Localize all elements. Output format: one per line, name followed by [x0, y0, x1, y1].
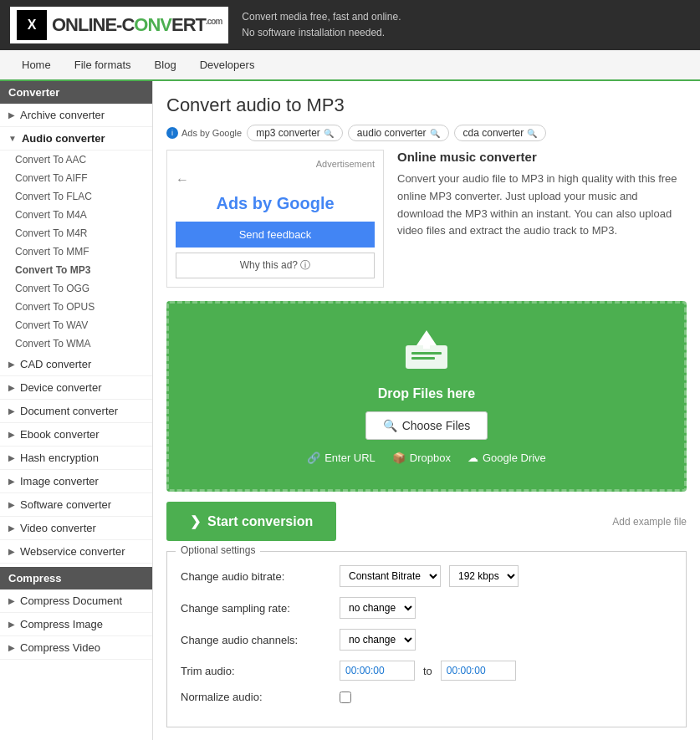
trim-from-input[interactable] [340, 661, 415, 681]
tag-search-icon: 🔍 [527, 129, 537, 138]
sidebar-item-hash-encryption[interactable]: ▶ Hash encryption [0, 447, 152, 470]
sidebar-sub-mp3[interactable]: Convert To MP3 [0, 261, 152, 279]
chevron-right-icon: ❯ [190, 513, 201, 529]
nav-developers[interactable]: Developers [188, 50, 267, 79]
drop-links: 🔗 Enter URL 📦 Dropbox ☁ Google Drive [186, 452, 667, 464]
start-conversion-button[interactable]: ❯ Start conversion [166, 502, 336, 541]
sidebar-sub-opus[interactable]: Convert To OPUS [0, 298, 152, 316]
dropbox-icon: 📦 [392, 452, 406, 464]
arrow-icon: ▶ [8, 406, 15, 416]
channels-label: Change audio channels: [181, 634, 331, 646]
sidebar-sub-m4a[interactable]: Convert To M4A [0, 206, 152, 224]
normalize-checkbox[interactable] [340, 692, 351, 703]
advertisement-label: Advertisement [176, 159, 375, 169]
sidebar-item-document-converter[interactable]: ▶ Document converter [0, 400, 152, 423]
sidebar-item-audio-converter[interactable]: ▼ Audio converter [0, 127, 152, 151]
description-title: Online music converter [397, 150, 687, 164]
enter-url-link[interactable]: 🔗 Enter URL [307, 452, 376, 464]
description-box: Online music converter Convert your audi… [397, 150, 687, 288]
ad-desc-row: Advertisement ← Ads by Google Send feedb… [166, 150, 687, 288]
sidebar-item-device-converter[interactable]: ▶ Device converter [0, 376, 152, 400]
add-example-link[interactable]: Add example file [612, 516, 687, 528]
svg-rect-4 [411, 357, 435, 360]
why-ad-button[interactable]: Why this ad? ⓘ [176, 253, 375, 278]
ads-google-text: Ads by Google [176, 194, 375, 213]
arrow-icon: ▶ [8, 453, 15, 462]
info-icon: i [166, 127, 178, 139]
send-feedback-button[interactable]: Send feedback [176, 222, 375, 248]
bitrate-type-select[interactable]: Constant Bitrate Variable Bitrate [340, 565, 441, 587]
sidebar-item-archive-converter[interactable]: ▶ Archive converter [0, 104, 152, 127]
sidebar-sub-aiff[interactable]: Convert To AIFF [0, 169, 152, 187]
channels-select[interactable]: no change 1 (Mono) 2 (Stereo) [340, 629, 416, 651]
tag-mp3[interactable]: mp3 converter 🔍 [247, 125, 343, 141]
layout: Converter ▶ Archive converter ▼ Audio co… [0, 81, 700, 740]
back-arrow-icon[interactable]: ← [176, 172, 375, 187]
setting-row-trim: Trim audio: to [181, 661, 672, 681]
trim-to-input[interactable] [441, 661, 516, 681]
sampling-label: Change sampling rate: [181, 602, 331, 615]
sidebar-item-compress-document[interactable]: ▶ Compress Document [0, 589, 152, 613]
tag-cda[interactable]: cda converter 🔍 [454, 125, 547, 141]
bitrate-label: Change audio bitrate: [181, 570, 331, 583]
search-icon: 🔍 [383, 419, 397, 432]
ad-box: Advertisement ← Ads by Google Send feedb… [166, 150, 384, 288]
arrow-down-icon: ▼ [8, 134, 17, 143]
sidebar-item-software-converter[interactable]: ▶ Software converter [0, 493, 152, 517]
sidebar-item-compress-image[interactable]: ▶ Compress Image [0, 613, 152, 636]
sidebar-item-compress-video[interactable]: ▶ Compress Video [0, 636, 152, 660]
google-drive-link[interactable]: ☁ Google Drive [468, 452, 546, 464]
arrow-icon: ▶ [8, 643, 15, 652]
sidebar-sub-aac[interactable]: Convert To AAC [0, 151, 152, 169]
sidebar-item-video-converter[interactable]: ▶ Video converter [0, 517, 152, 540]
sidebar-section-converter: Converter [0, 81, 152, 104]
sidebar-item-webservice-converter[interactable]: ▶ Webservice converter [0, 540, 152, 564]
tag-search-icon: 🔍 [324, 129, 334, 138]
sidebar-item-cad-converter[interactable]: ▶ CAD converter [0, 353, 152, 376]
sidebar-item-image-converter[interactable]: ▶ Image converter [0, 470, 152, 493]
arrow-icon: ▶ [8, 620, 15, 629]
dropbox-link[interactable]: 📦 Dropbox [392, 452, 451, 464]
trim-label: Trim audio: [181, 665, 331, 677]
sidebar-sub-m4r[interactable]: Convert To M4R [0, 224, 152, 242]
arrow-icon: ▶ [8, 596, 15, 605]
sidebar-item-ebook-converter[interactable]: ▶ Ebook converter [0, 423, 152, 447]
drop-zone[interactable]: Drop Files here 🔍 Choose Files 🔗 Enter U… [166, 301, 687, 492]
arrow-icon: ▶ [8, 110, 15, 120]
setting-row-bitrate: Change audio bitrate: Constant Bitrate V… [181, 565, 672, 587]
upload-icon [186, 329, 667, 380]
choose-files-button[interactable]: 🔍 Choose Files [365, 411, 488, 440]
main-content: Convert audio to MP3 i Ads by Google mp3… [153, 81, 700, 740]
normalize-label: Normalize audio: [181, 691, 331, 703]
tag-audio[interactable]: audio converter 🔍 [348, 125, 449, 141]
tag-search-icon: 🔍 [430, 129, 440, 138]
sidebar-sub-flac[interactable]: Convert To FLAC [0, 187, 152, 206]
header: X ONLINE-CONVERT.com Convert media free,… [0, 0, 700, 50]
arrow-icon: ▶ [8, 360, 15, 369]
sidebar-sub-wma[interactable]: Convert To WMA [0, 334, 152, 353]
sidebar-sub-wav[interactable]: Convert To WAV [0, 316, 152, 334]
drop-text: Drop Files here [186, 386, 667, 401]
svg-rect-3 [411, 352, 442, 355]
sidebar-sub-ogg[interactable]: Convert To OGG [0, 279, 152, 298]
logo-icon: X [17, 10, 47, 40]
link-icon: 🔗 [307, 452, 320, 464]
main-nav: Home File formats Blog Developers [0, 50, 700, 81]
sidebar: Converter ▶ Archive converter ▼ Audio co… [0, 81, 153, 740]
sampling-select[interactable]: no change 8000 Hz 22050 Hz 44100 Hz 4800… [340, 597, 416, 619]
bitrate-value-select[interactable]: 64 kbps 96 kbps 128 kbps 192 kbps 256 kb… [449, 565, 519, 587]
optional-settings: Optional settings Change audio bitrate: … [166, 551, 687, 727]
nav-home[interactable]: Home [10, 50, 63, 79]
sidebar-sub-mmf[interactable]: Convert To MMF [0, 242, 152, 261]
arrow-icon: ▶ [8, 430, 15, 439]
arrow-icon: ▶ [8, 500, 15, 509]
svg-rect-2 [423, 337, 430, 349]
nav-file-formats[interactable]: File formats [63, 50, 143, 79]
nav-blog[interactable]: Blog [143, 50, 188, 79]
optional-settings-legend: Optional settings [176, 544, 260, 556]
description-text: Convert your audio file to MP3 in high q… [397, 171, 687, 240]
to-label: to [423, 665, 432, 677]
arrow-icon: ▶ [8, 547, 15, 556]
logo-com: .com [206, 17, 222, 26]
conversion-row: ❯ Start conversion Add example file [166, 502, 687, 541]
